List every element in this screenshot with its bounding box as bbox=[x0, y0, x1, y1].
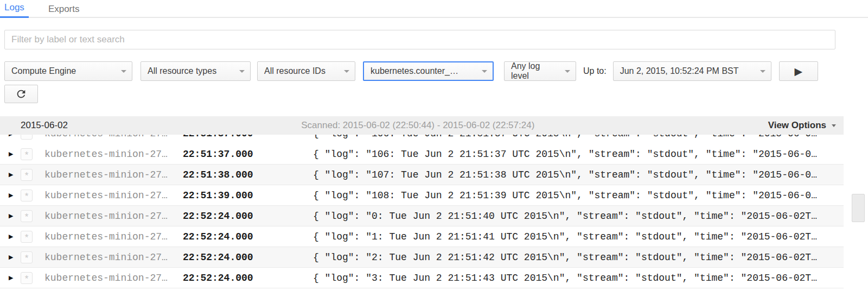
log-row[interactable]: ▶ * kubernetes-minion-27… 22:52:24.000 {… bbox=[0, 247, 844, 268]
scanned-range-status: Scanned: 2015-06-02 (22:50:44) - 2015-06… bbox=[68, 120, 768, 131]
log-host: kubernetes-minion-27… bbox=[44, 252, 183, 263]
expand-arrow-icon[interactable]: ▶ bbox=[0, 274, 16, 281]
expand-arrow-icon[interactable]: ▶ bbox=[0, 212, 16, 219]
tab-exports[interactable]: Exports bbox=[44, 0, 84, 18]
log-list: ▶ * kubernetes-minion-27… 22:51:37.000 {… bbox=[0, 135, 868, 288]
log-payload: { "log": "1: Tue Jun 2 21:51:41 UTC 2015… bbox=[313, 231, 844, 242]
chevron-down-icon bbox=[565, 70, 570, 73]
log-payload: { "log": "2: Tue Jun 2 21:51:42 UTC 2015… bbox=[313, 252, 844, 263]
log-host: kubernetes-minion-27… bbox=[44, 135, 183, 139]
play-icon: ▶ bbox=[794, 66, 802, 77]
log-level-label: Any log level bbox=[511, 61, 559, 81]
log-row[interactable]: ▶ * kubernetes-minion-27… 22:52:24.000 {… bbox=[0, 226, 844, 247]
scan-summary-bar: 2015-06-02 Scanned: 2015-06-02 (22:50:44… bbox=[0, 116, 844, 135]
resource-dropdown-label: Compute Engine bbox=[11, 66, 76, 76]
chevron-down-icon bbox=[760, 70, 765, 73]
log-rows: ▶ * kubernetes-minion-27… 22:51:37.000 {… bbox=[0, 135, 844, 288]
annotation-icon: * bbox=[21, 148, 33, 160]
tab-logs[interactable]: Logs bbox=[0, 0, 29, 18]
log-row[interactable]: ▶ * kubernetes-minion-27… 22:52:24.000 {… bbox=[0, 206, 844, 226]
annotation-icon: * bbox=[21, 251, 33, 263]
resource-ids-label: All resource IDs bbox=[264, 66, 326, 76]
refresh-button[interactable] bbox=[4, 85, 38, 103]
log-host: kubernetes-minion-27… bbox=[44, 169, 183, 180]
log-payload: { "log": "107: Tue Jun 2 21:51:38 UTC 20… bbox=[313, 169, 844, 180]
chevron-down-icon bbox=[121, 70, 126, 73]
log-payload: { "log": "3: Tue Jun 2 21:51:43 UTC 2015… bbox=[313, 273, 844, 283]
filter-toolbar: Compute Engine All resource types All re… bbox=[4, 61, 864, 81]
up-to-label: Up to: bbox=[583, 66, 607, 76]
log-payload: { "log": "108: Tue Jun 2 21:51:39 UTC 20… bbox=[313, 190, 844, 201]
chevron-down-icon bbox=[239, 70, 245, 73]
annotation-icon: * bbox=[21, 135, 33, 140]
tab-bar: Logs Exports bbox=[0, 0, 868, 18]
resource-ids-dropdown[interactable]: All resource IDs bbox=[257, 61, 355, 81]
filter-row bbox=[4, 30, 835, 49]
annotation-icon: * bbox=[21, 169, 33, 181]
resource-types-dropdown[interactable]: All resource types bbox=[141, 61, 251, 81]
view-options-button[interactable]: View Options bbox=[768, 120, 836, 131]
chevron-down-icon bbox=[482, 70, 487, 73]
log-row[interactable]: ▶ * kubernetes-minion-27… 22:51:37.000 {… bbox=[0, 144, 844, 165]
log-timestamp: 22:51:38.000 bbox=[183, 169, 313, 180]
chevron-down-icon bbox=[344, 70, 349, 73]
annotation-icon: * bbox=[21, 231, 33, 243]
log-date-label: 2015-06-02 bbox=[21, 120, 68, 131]
log-name-label: kubernetes.counter_… bbox=[371, 66, 458, 76]
play-button[interactable]: ▶ bbox=[779, 61, 818, 81]
expand-arrow-icon[interactable]: ▶ bbox=[0, 135, 16, 137]
log-payload: { "log": "0: Tue Jun 2 21:51:40 UTC 2015… bbox=[313, 211, 844, 222]
filter-input[interactable] bbox=[4, 30, 835, 49]
annotation-icon: * bbox=[21, 190, 33, 201]
log-payload: { "log": "106: Tue Jun 2 21:51:37 UTC 20… bbox=[313, 149, 844, 160]
log-row[interactable]: ▶ * kubernetes-minion-27… 22:52:24.000 {… bbox=[0, 268, 844, 288]
log-host: kubernetes-minion-27… bbox=[44, 211, 183, 222]
log-name-dropdown[interactable]: kubernetes.counter_… bbox=[363, 61, 494, 81]
scrollbar-thumb[interactable] bbox=[852, 194, 865, 222]
log-host: kubernetes-minion-27… bbox=[44, 149, 183, 160]
log-timestamp: 22:51:37.000 bbox=[183, 149, 313, 160]
datetime-dropdown[interactable]: Jun 2, 2015, 10:52:24 PM BST bbox=[613, 61, 771, 81]
expand-arrow-icon[interactable]: ▶ bbox=[0, 192, 16, 199]
expand-arrow-icon[interactable]: ▶ bbox=[0, 254, 16, 261]
log-host: kubernetes-minion-27… bbox=[44, 273, 183, 283]
annotation-icon: * bbox=[21, 272, 33, 284]
log-timestamp: 22:52:24.000 bbox=[183, 273, 313, 283]
datetime-label: Jun 2, 2015, 10:52:24 PM BST bbox=[620, 66, 739, 76]
log-timestamp: 22:51:37.000 bbox=[183, 135, 313, 139]
chevron-down-icon bbox=[832, 124, 836, 127]
annotation-icon: * bbox=[21, 210, 33, 222]
expand-arrow-icon[interactable]: ▶ bbox=[0, 233, 16, 240]
expand-arrow-icon[interactable]: ▶ bbox=[0, 150, 16, 157]
log-row[interactable]: ▶ * kubernetes-minion-27… 22:51:39.000 {… bbox=[0, 185, 844, 206]
log-timestamp: 22:52:24.000 bbox=[183, 231, 313, 242]
log-timestamp: 22:51:39.000 bbox=[183, 190, 313, 201]
view-options-label: View Options bbox=[768, 120, 826, 131]
log-timestamp: 22:52:24.000 bbox=[183, 211, 313, 222]
log-level-dropdown[interactable]: Any log level bbox=[504, 61, 576, 81]
log-row[interactable]: ▶ * kubernetes-minion-27… 22:51:38.000 {… bbox=[0, 165, 844, 185]
refresh-icon bbox=[15, 88, 27, 100]
log-host: kubernetes-minion-27… bbox=[44, 190, 183, 201]
log-payload: { "log": "106: Tue Jun 2 21:51:37 UTC 20… bbox=[313, 135, 844, 139]
log-timestamp: 22:52:24.000 bbox=[183, 252, 313, 263]
resource-types-label: All resource types bbox=[148, 66, 216, 76]
refresh-row bbox=[4, 85, 864, 103]
log-row-clipped[interactable]: ▶ * kubernetes-minion-27… 22:51:37.000 {… bbox=[0, 135, 844, 144]
expand-arrow-icon[interactable]: ▶ bbox=[0, 171, 16, 178]
resource-dropdown[interactable]: Compute Engine bbox=[4, 61, 132, 81]
log-host: kubernetes-minion-27… bbox=[44, 231, 183, 242]
